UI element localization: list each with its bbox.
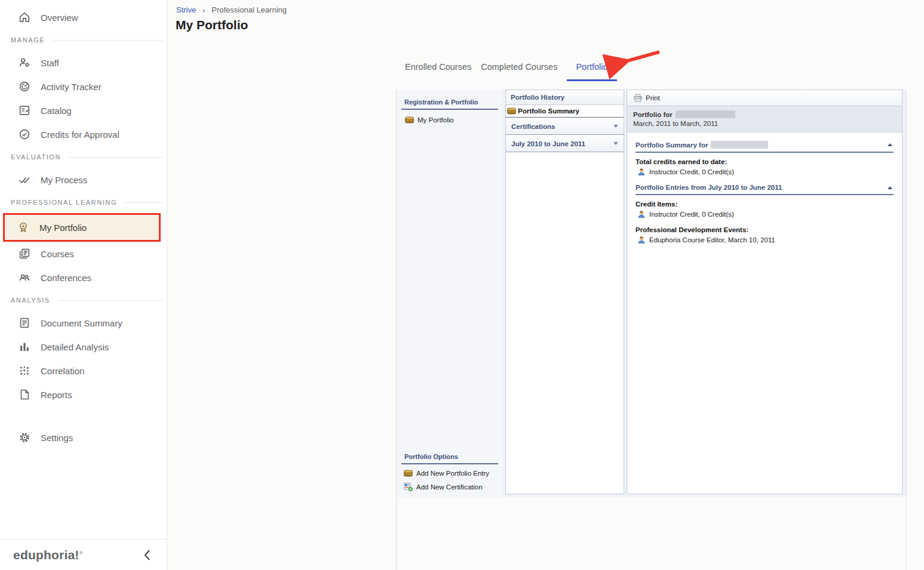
sidebar-item-label: Document Summary xyxy=(41,318,122,328)
credit-entry-text: Instructor Credit, 0 Credit(s) xyxy=(649,211,734,218)
registration-panel-title: Registration & Portfolio xyxy=(397,90,503,109)
medal-icon xyxy=(17,221,30,234)
sidebar-item-label: Activity Tracker xyxy=(41,82,102,92)
dropdown-label: July 2010 to June 2011 xyxy=(511,140,585,147)
tab-completed-courses[interactable]: Completed Courses xyxy=(481,62,557,81)
portfolio-summary-item[interactable]: Portfolio Summary xyxy=(506,105,624,118)
tab-portfolio[interactable]: Portfolio xyxy=(567,62,616,81)
person-icon xyxy=(637,168,646,176)
section-divider xyxy=(69,157,163,158)
portfolio-summary-label: Portfolio Summary xyxy=(518,107,579,115)
printer-icon xyxy=(633,94,643,103)
detail-content: Portfolio Summary for Total credits earn… xyxy=(627,133,902,244)
sidebar-item-settings[interactable]: Settings xyxy=(0,426,167,449)
print-button[interactable]: Print xyxy=(632,93,664,104)
option-label: Add New Certification xyxy=(416,483,483,491)
pd-event-entry-text: Eduphoria Course Editor, March 10, 2011 xyxy=(649,236,775,244)
sidebar-item-label: Overview xyxy=(41,13,78,23)
section-divider xyxy=(53,40,163,41)
sidebar-item-overview[interactable]: Overview xyxy=(0,5,167,29)
entries-header-label: Portfolio Entries from July 2010 to June… xyxy=(636,184,782,191)
sidebar-item-label: Correlation xyxy=(41,366,84,376)
page-title: My Portfolio xyxy=(176,18,248,32)
tab-enrolled-courses[interactable]: Enrolled Courses xyxy=(405,62,471,81)
portfolio-options-section: Portfolio Options Add New Portfolio Entr… xyxy=(397,453,503,491)
double-check-icon xyxy=(18,173,31,186)
collapse-section-icon[interactable] xyxy=(888,186,892,189)
sidebar: Overview MANAGE Staff Activity Tracker C… xyxy=(0,0,167,570)
chevron-down-icon xyxy=(613,125,618,128)
courses-icon xyxy=(18,247,31,260)
sidebar-section-evaluation: EVALUATION xyxy=(0,146,167,168)
portfolio-history-title: Portfolio History xyxy=(506,90,624,105)
sidebar-item-label: My Portfolio xyxy=(39,223,87,233)
option-label: Add New Portfolio Entry xyxy=(416,470,489,477)
sidebar-item-detailed-analysis[interactable]: Detailed Analysis xyxy=(0,335,167,359)
portfolio-for-label: Portfolio for xyxy=(633,111,673,118)
person-icon xyxy=(637,210,646,218)
activity-tracker-icon xyxy=(18,80,31,93)
sidebar-item-label: Staff xyxy=(41,58,59,68)
chevron-right-icon: › xyxy=(202,5,205,16)
sidebar-item-courses[interactable]: Courses xyxy=(0,242,167,266)
collapse-sidebar-icon[interactable] xyxy=(141,546,154,564)
report-file-icon xyxy=(18,388,31,401)
sidebar-item-label: Settings xyxy=(41,433,73,443)
sidebar-item-document-summary[interactable]: Document Summary xyxy=(0,311,167,335)
add-new-certification-button[interactable]: Add New Certification xyxy=(397,477,503,491)
credit-entry: Instructor Credit, 0 Credit(s) xyxy=(637,168,894,176)
sidebar-item-label: Detailed Analysis xyxy=(41,342,109,352)
sidebar-item-reports[interactable]: Reports xyxy=(0,383,167,406)
section-divider xyxy=(59,300,163,301)
entries-section-header: Portfolio Entries from July 2010 to June… xyxy=(636,184,894,195)
registration-panel: Registration & Portfolio My Portfolio Po… xyxy=(397,90,503,497)
print-label: Print xyxy=(646,94,660,101)
sidebar-section-manage: MANAGE xyxy=(0,29,167,51)
document-icon xyxy=(18,316,31,329)
breadcrumb-current: Professional Learning xyxy=(211,5,287,14)
bar-chart-icon xyxy=(18,340,31,353)
sidebar-item-activity-tracker[interactable]: Activity Tracker xyxy=(0,75,167,98)
tab-bar: Enrolled Courses Completed Courses Portf… xyxy=(405,62,617,81)
sidebar-item-my-portfolio[interactable]: My Portfolio xyxy=(4,214,160,241)
redacted-name-block xyxy=(676,110,735,118)
section-label: PROFESSIONAL LEARNING xyxy=(11,199,117,206)
period-dropdown[interactable]: July 2010 to June 2011 xyxy=(506,135,624,152)
sidebar-item-conferences[interactable]: Conferences xyxy=(0,266,167,289)
add-new-portfolio-entry-button[interactable]: Add New Portfolio Entry xyxy=(397,464,503,477)
portfolio-widget-body: Registration & Portfolio My Portfolio Po… xyxy=(397,90,906,497)
section-label: EVALUATION xyxy=(11,153,61,161)
sidebar-item-label: Catalog xyxy=(41,106,72,116)
credit-entry-text: Instructor Credit, 0 Credit(s) xyxy=(649,168,734,175)
credit-entry: Instructor Credit, 0 Credit(s) xyxy=(637,210,894,218)
breadcrumb-strive-link[interactable]: Strive xyxy=(176,5,196,14)
sidebar-item-label: Conferences xyxy=(41,273,91,283)
certifications-dropdown[interactable]: Certifications xyxy=(506,118,624,135)
portfolio-detail-panel: Print Portfolio for March, 2011 to March… xyxy=(627,90,902,494)
redacted-name-block xyxy=(711,141,768,149)
portfolio-folder-icon xyxy=(404,470,413,477)
pd-events-label: Professional Development Events: xyxy=(636,226,894,233)
sidebar-section-analysis: ANALYSIS xyxy=(0,289,167,311)
sidebar-item-staff[interactable]: Staff xyxy=(0,51,167,75)
sidebar-item-correlation[interactable]: Correlation xyxy=(0,359,167,383)
certificate-add-icon xyxy=(404,482,413,491)
sidebar-footer: eduphoria!® xyxy=(0,539,167,570)
breadcrumb: Strive › Professional Learning xyxy=(176,5,287,14)
sidebar-nav: Overview MANAGE Staff Activity Tracker C… xyxy=(0,0,167,539)
eduphoria-logo: eduphoria!® xyxy=(13,548,83,562)
person-icon xyxy=(637,236,646,244)
staff-icon xyxy=(18,56,31,69)
logo-registered-mark: ® xyxy=(79,550,83,556)
tree-item-my-portfolio[interactable]: My Portfolio xyxy=(397,110,503,124)
detail-toolbar: Print xyxy=(627,90,902,106)
collapse-section-icon[interactable] xyxy=(888,143,892,146)
dropdown-label: Certifications xyxy=(511,123,555,130)
sidebar-item-catalog[interactable]: Catalog xyxy=(0,98,167,122)
sidebar-item-credits-for-approval[interactable]: Credits for Approval xyxy=(0,122,167,146)
portfolio-folder-icon xyxy=(507,107,516,115)
logo-text: eduphoria! xyxy=(13,548,79,562)
people-icon xyxy=(18,271,31,284)
sidebar-section-professional-learning: PROFESSIONAL LEARNING xyxy=(0,192,167,213)
sidebar-item-my-process[interactable]: My Process xyxy=(0,168,167,192)
